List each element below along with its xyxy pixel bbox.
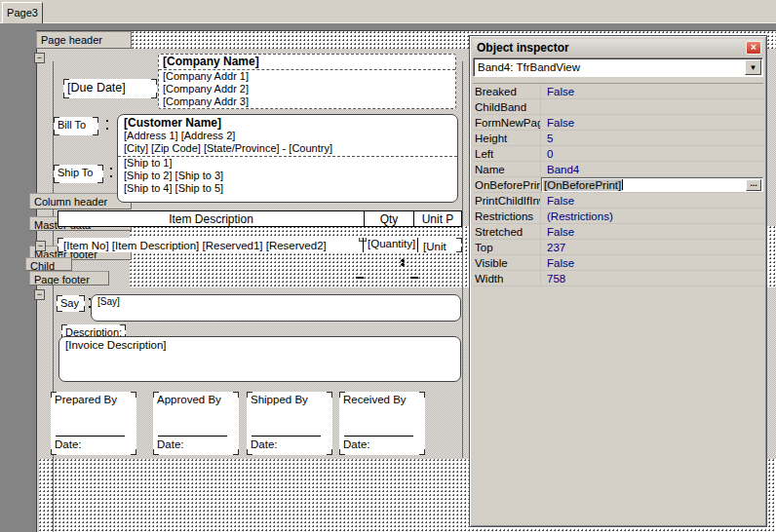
- expand-icon[interactable]: −: [34, 53, 45, 63]
- property-row[interactable]: PrintChildIfInvi False: [473, 193, 763, 209]
- property-row[interactable]: Height 5: [473, 131, 763, 146]
- band-label-page-header[interactable]: Page header: [36, 31, 132, 49]
- due-date-field[interactable]: [Due Date]: [63, 79, 157, 98]
- property-row-onbeforeprint[interactable]: OnBeforePrint [OnBeforePrint] ...: [473, 177, 763, 193]
- column-qty[interactable]: Qty: [364, 211, 413, 226]
- quantity-field[interactable]: [Quantity]: [363, 238, 418, 252]
- unit-field[interactable]: [Unit: [423, 241, 446, 252]
- say-label[interactable]: Say: [57, 295, 85, 312]
- ship-to-label[interactable]: Ship To: [54, 165, 103, 183]
- dash-object[interactable]: [356, 277, 364, 279]
- ship-to-1-field[interactable]: [Ship to 1]: [118, 157, 457, 170]
- signature-title: Received By: [343, 394, 407, 405]
- property-value-editor[interactable]: [OnBeforePrint] ...: [541, 177, 763, 192]
- date-label: Date:: [251, 438, 278, 450]
- signature-title: Approved By: [157, 394, 221, 405]
- say-field[interactable]: [Say]: [91, 294, 461, 322]
- customer-group[interactable]: [Customer Name] [Address 1] [Address 2] …: [117, 114, 458, 203]
- item-fields-text[interactable]: [Item No] [Item Description] [Reserved1]…: [61, 240, 327, 251]
- company-addr2-field[interactable]: [Company Addr 2]: [159, 83, 455, 95]
- property-row[interactable]: ChildBand: [473, 99, 763, 115]
- tab-page3[interactable]: Page3: [2, 2, 43, 23]
- signature-title: Shipped By: [251, 394, 308, 405]
- signature-line: [344, 436, 413, 437]
- invoice-description-field[interactable]: [Invoice Description]: [58, 336, 461, 382]
- property-row[interactable]: Name Band4: [473, 162, 763, 177]
- property-row[interactable]: FormNewPage False: [473, 115, 763, 131]
- customer-city-field[interactable]: [City] [Zip Code] [State/Province] - [Co…: [118, 142, 457, 157]
- company-addr1-field[interactable]: [Company Addr 1]: [159, 70, 455, 83]
- property-row[interactable]: Restrictions (Restrictions): [473, 209, 763, 224]
- signature-line: [56, 436, 125, 437]
- property-row[interactable]: Top 237: [473, 240, 763, 255]
- band-label-child[interactable]: Child: [25, 257, 72, 271]
- tiny-total-object[interactable]: [401, 258, 405, 267]
- colon-separator-icon: [103, 118, 111, 133]
- ellipsis-button[interactable]: ...: [746, 179, 761, 191]
- ship-to-4-5-field[interactable]: [Ship to 4] [Ship to 5]: [118, 182, 457, 195]
- inspector-title-bar[interactable]: Object inspector ×: [473, 39, 763, 57]
- signature-box[interactable]: Received By Date:: [339, 392, 425, 455]
- column-item-description[interactable]: Item Description: [58, 211, 364, 226]
- property-row[interactable]: Stretched False: [473, 224, 763, 240]
- column-header-row[interactable]: Item Description Qty Unit P: [58, 210, 462, 227]
- report-designer: Page3 Page header Column header Master d…: [0, 0, 776, 532]
- signature-line: [158, 436, 227, 437]
- customer-address-field[interactable]: [Address 1] [Address 2]: [118, 130, 457, 142]
- signature-title: Prepared By: [55, 394, 117, 405]
- date-label: Date:: [343, 438, 370, 450]
- colon-separator-icon: [107, 166, 115, 181]
- customer-name-field[interactable]: [Customer Name]: [118, 115, 457, 130]
- ship-to-2-3-field[interactable]: [Ship to 2] [Ship to 3]: [118, 170, 457, 182]
- object-inspector-window: Object inspector × Band4: TfrBandView ▼ …: [469, 35, 767, 527]
- signature-box[interactable]: Approved By Date:: [153, 392, 239, 455]
- property-row[interactable]: Breaked False: [473, 84, 763, 99]
- right-margin-guide: [462, 61, 463, 458]
- property-row[interactable]: Visible False: [473, 255, 763, 271]
- company-group[interactable]: [Company Name] [Company Addr 1] [Company…: [158, 54, 456, 109]
- inspector-title: Object inspector: [477, 41, 569, 55]
- page-tab-bar: Page3: [0, 0, 776, 23]
- signature-box[interactable]: Prepared By Date:: [51, 392, 136, 455]
- property-grid: Breaked False ChildBand FormNewPage Fals…: [473, 83, 763, 286]
- bill-to-label[interactable]: Bill To: [54, 117, 98, 135]
- expand-icon[interactable]: −: [35, 241, 46, 251]
- expand-icon[interactable]: −: [34, 289, 45, 300]
- master-data-row[interactable]: [Item No] [Item Description] [Reserved1]…: [58, 238, 462, 252]
- band-label-page-footer[interactable]: Page footer: [29, 271, 109, 285]
- company-name-field[interactable]: [Company Name]: [159, 55, 455, 70]
- text-caret: [622, 179, 623, 190]
- chevron-down-icon[interactable]: ▼: [745, 59, 761, 75]
- date-label: Date:: [157, 438, 184, 450]
- column-unit-price[interactable]: Unit P: [413, 211, 461, 226]
- property-row[interactable]: Left 0: [473, 146, 763, 162]
- company-addr3-field[interactable]: [Company Addr 3]: [159, 95, 455, 108]
- close-icon[interactable]: ×: [746, 41, 761, 55]
- signature-line: [252, 436, 321, 437]
- object-selector-dropdown[interactable]: Band4: TfrBandView ▼: [473, 57, 763, 77]
- signature-box[interactable]: Shipped By Date:: [247, 392, 332, 455]
- selected-object-label: Band4: TfrBandView: [474, 61, 745, 73]
- property-row[interactable]: Width 758: [473, 271, 763, 286]
- dash-object[interactable]: [410, 277, 418, 279]
- date-label: Date:: [55, 438, 82, 450]
